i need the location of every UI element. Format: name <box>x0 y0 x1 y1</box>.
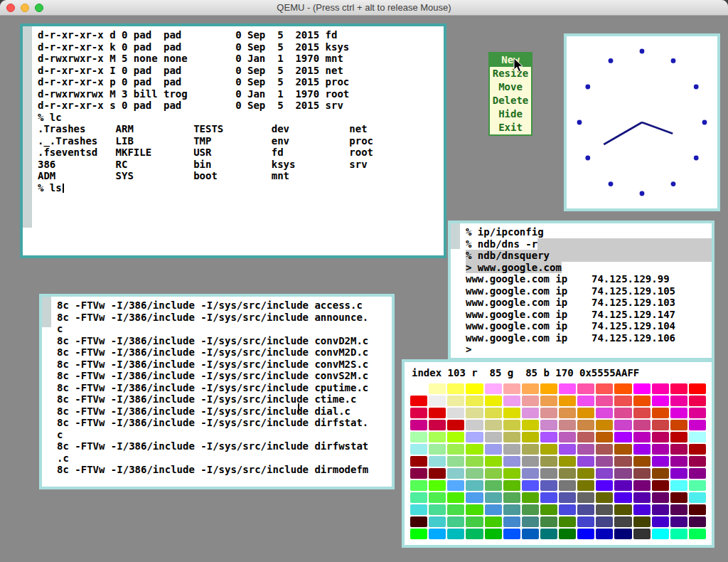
color-swatch[interactable] <box>633 444 651 455</box>
color-swatch[interactable] <box>689 468 706 479</box>
color-swatch[interactable] <box>503 408 520 418</box>
color-swatch[interactable] <box>522 444 539 455</box>
clock-window[interactable] <box>564 33 720 211</box>
color-swatch[interactable] <box>410 396 427 406</box>
color-swatch[interactable] <box>577 516 594 527</box>
color-swatch[interactable] <box>540 516 557 527</box>
color-swatch[interactable] <box>689 383 706 394</box>
color-swatch[interactable] <box>670 468 687 479</box>
color-swatch[interactable] <box>559 468 576 479</box>
color-swatch[interactable] <box>503 444 520 455</box>
color-swatch[interactable] <box>429 432 446 442</box>
color-swatch[interactable] <box>522 383 539 394</box>
color-swatch[interactable] <box>614 444 631 455</box>
color-swatch[interactable] <box>577 480 594 491</box>
color-swatch[interactable] <box>652 444 669 455</box>
color-swatch[interactable] <box>466 516 483 527</box>
color-swatch[interactable] <box>596 504 613 515</box>
color-swatch[interactable] <box>689 480 706 491</box>
color-swatch[interactable] <box>577 468 594 479</box>
color-swatch[interactable] <box>485 444 502 455</box>
color-swatch[interactable] <box>559 516 576 527</box>
color-swatch[interactable] <box>652 516 669 527</box>
menu-item-new[interactable]: New <box>490 53 531 67</box>
color-swatch[interactable] <box>652 432 669 442</box>
scrollbar[interactable] <box>42 297 51 487</box>
rio-desktop[interactable]: d-r-xr-xr-x d 0 pad pad 0 Sep 5 2015 fdd… <box>0 16 728 562</box>
scrollbar[interactable] <box>23 26 32 255</box>
color-swatch[interactable] <box>559 492 576 503</box>
color-swatch[interactable] <box>559 529 576 539</box>
color-swatch[interactable] <box>577 420 594 430</box>
color-swatch[interactable] <box>429 504 446 515</box>
color-swatch[interactable] <box>670 396 687 406</box>
menu-item-delete[interactable]: Delete <box>490 94 531 107</box>
color-swatch[interactable] <box>485 468 502 479</box>
color-swatch[interactable] <box>410 516 427 527</box>
color-swatch[interactable] <box>596 396 613 406</box>
terminal-window-compile[interactable]: 8c -FTVw -I/386/include -I/sys/src/inclu… <box>39 294 395 489</box>
color-swatch[interactable] <box>652 420 669 430</box>
color-swatch[interactable] <box>485 383 502 394</box>
color-swatch[interactable] <box>447 516 464 527</box>
color-swatch[interactable] <box>614 492 631 503</box>
color-swatch[interactable] <box>447 504 464 515</box>
color-swatch[interactable] <box>503 516 520 527</box>
color-swatch[interactable] <box>429 444 446 455</box>
color-swatch[interactable] <box>633 420 651 430</box>
color-swatch[interactable] <box>689 432 706 442</box>
color-swatch[interactable] <box>670 516 687 527</box>
color-swatch[interactable] <box>466 480 483 491</box>
menu-item-resize[interactable]: Resize <box>490 67 531 80</box>
color-swatch[interactable] <box>633 480 651 491</box>
color-swatch[interactable] <box>670 444 687 455</box>
color-swatch[interactable] <box>540 432 557 442</box>
color-swatch[interactable] <box>559 456 576 467</box>
color-swatch[interactable] <box>670 432 687 442</box>
color-swatch[interactable] <box>410 529 427 539</box>
menu-item-exit[interactable]: Exit <box>490 121 531 134</box>
color-swatch[interactable] <box>447 408 464 418</box>
close-button[interactable] <box>6 4 15 12</box>
color-swatch[interactable] <box>522 492 539 503</box>
color-swatch[interactable] <box>614 408 631 418</box>
color-swatch[interactable] <box>466 396 483 406</box>
color-swatch[interactable] <box>429 516 446 527</box>
terminal-window-ls[interactable]: d-r-xr-xr-x d 0 pad pad 0 Sep 5 2015 fdd… <box>20 23 446 258</box>
palette-window[interactable]: index 103 r 85 g 85 b 170 0x5555AAFF <box>402 359 714 548</box>
color-swatch[interactable] <box>689 529 706 539</box>
color-swatch[interactable] <box>670 408 687 418</box>
color-swatch[interactable] <box>485 420 502 430</box>
color-swatch[interactable] <box>614 432 631 442</box>
color-swatch[interactable] <box>652 408 669 418</box>
color-swatch[interactable] <box>466 504 483 515</box>
color-swatch[interactable] <box>577 432 594 442</box>
color-swatch[interactable] <box>485 480 502 491</box>
color-swatch[interactable] <box>503 480 520 491</box>
color-swatch[interactable] <box>503 529 520 539</box>
color-swatch[interactable] <box>559 420 576 430</box>
color-swatch[interactable] <box>410 444 427 455</box>
terminal-window-dns[interactable]: % ip/ipconfig% ndb/dns -r% ndb/dnsquery>… <box>448 221 714 361</box>
color-swatch[interactable] <box>652 480 669 491</box>
color-swatch[interactable] <box>633 383 651 394</box>
color-swatch[interactable] <box>410 504 427 515</box>
color-swatch[interactable] <box>670 456 687 467</box>
color-swatch[interactable] <box>485 516 502 527</box>
color-swatch[interactable] <box>447 432 464 442</box>
color-swatch[interactable] <box>614 383 631 394</box>
zoom-button[interactable] <box>35 4 43 12</box>
color-swatch[interactable] <box>503 432 520 442</box>
color-swatch[interactable] <box>652 396 669 406</box>
color-swatch[interactable] <box>614 529 631 539</box>
color-swatch[interactable] <box>503 420 520 430</box>
color-swatch[interactable] <box>596 492 613 503</box>
color-swatch[interactable] <box>689 456 706 467</box>
color-swatch[interactable] <box>689 516 706 527</box>
color-swatch[interactable] <box>559 480 576 491</box>
color-swatch[interactable] <box>540 420 557 430</box>
color-swatch[interactable] <box>410 492 427 503</box>
color-swatch[interactable] <box>652 504 669 515</box>
color-swatch[interactable] <box>670 529 687 539</box>
terminal-output-dns[interactable]: % ip/ipconfig% ndb/dns -r% ndb/dnsquery>… <box>460 223 712 358</box>
